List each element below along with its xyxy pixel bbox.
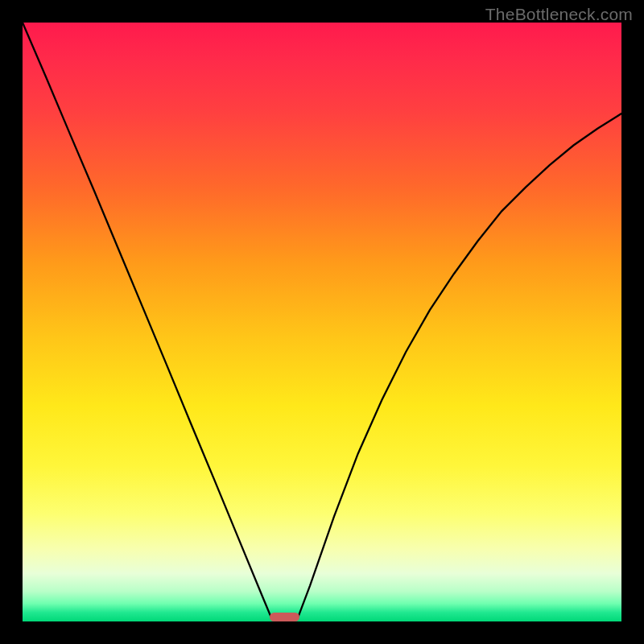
curve-left-branch — [23, 23, 271, 617]
curve-layer — [23, 23, 621, 621]
chart-frame: TheBottleneck.com — [0, 0, 644, 644]
curve-right-branch — [298, 114, 621, 617]
watermark-text: TheBottleneck.com — [485, 5, 633, 24]
plot-area — [23, 23, 621, 621]
bottleneck-marker — [270, 613, 299, 621]
